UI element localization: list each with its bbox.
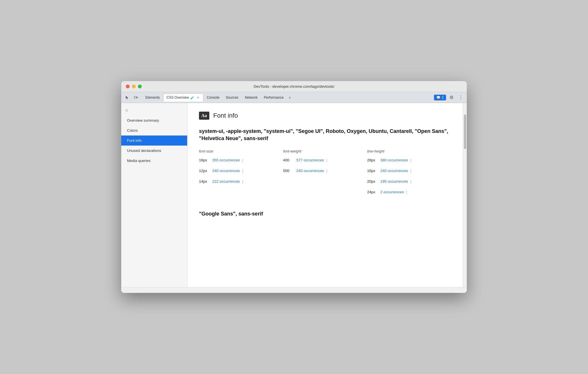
tab-bar-right-actions: 💬 1 ⚙ ⋮ (434, 94, 464, 101)
line-height-row-3: 20px 195 occurrences | (367, 179, 451, 184)
font-weight-header: font-weight (283, 149, 367, 153)
font-weight-row-1: 400 577 occurrences | (283, 158, 367, 162)
flask-icon: 🧪 (190, 96, 194, 100)
tab-performance[interactable]: Performance (261, 94, 287, 102)
chat-icon: 💬 (436, 96, 441, 100)
bar-indicator-2[interactable]: | (242, 169, 243, 173)
font-size-row-1: 16px 355 occurrences | (199, 158, 283, 162)
line-height-header: line-height (367, 149, 451, 153)
sidebar-item-overview-summary[interactable]: Overview summary (121, 115, 187, 125)
font-weight-column: font-weight 400 577 occurrences | 500 24… (283, 149, 367, 199)
bar-indicator-4[interactable]: | (326, 158, 327, 162)
font-size-column: font-size 16px 355 occurrences | 12px 24… (199, 149, 283, 199)
tab-sources[interactable]: Sources (223, 94, 241, 102)
tab-bar: Elements CSS Overview 🧪 ✕ Console Source… (121, 92, 467, 103)
scrollbar-thumb[interactable] (464, 115, 466, 149)
sidebar-no-entry-icon: ⊘ (121, 105, 187, 115)
close-button[interactable] (126, 85, 130, 88)
main-area: ⊘ Overview summary Colors Font info Unus… (121, 103, 467, 287)
font-size-link-1[interactable]: 355 occurrences (212, 158, 240, 162)
tab-css-overview[interactable]: CSS Overview 🧪 ✕ (163, 94, 203, 102)
sidebar-item-font-info[interactable]: Font info (121, 136, 187, 146)
tab-network[interactable]: Network (242, 94, 260, 102)
scrollbar[interactable] (463, 103, 467, 287)
window-title: DevTools - developer.chrome.com/tags/dev… (254, 84, 334, 89)
font-size-link-2[interactable]: 240 occurrences (212, 169, 240, 173)
bar-indicator-3[interactable]: | (242, 180, 243, 184)
font-info-title: Font info (213, 112, 238, 119)
bar-indicator-8[interactable]: | (410, 180, 411, 184)
tab-console[interactable]: Console (204, 94, 222, 102)
font-weight-row-2: 500 240 occurrences | (283, 169, 367, 173)
content-area: Aa Font info system-ui, -apple-system, "… (187, 103, 463, 287)
cursor-icon[interactable] (124, 94, 131, 101)
line-height-row-2: 16px 240 occurrences | (367, 169, 451, 173)
bottom-bar (121, 287, 467, 293)
more-options-icon[interactable]: ⋮ (457, 94, 464, 101)
sidebar-item-media-queries[interactable]: Media queries (121, 156, 187, 166)
font-table: font-size 16px 355 occurrences | 12px 24… (199, 149, 451, 199)
line-height-link-1[interactable]: 380 occurrences (380, 158, 408, 162)
font-size-link-3[interactable]: 222 occurrences (212, 179, 240, 184)
font-weight-link-1[interactable]: 577 occurrences (296, 158, 324, 162)
settings-icon[interactable]: ⚙ (448, 94, 455, 101)
font-weight-link-2[interactable]: 240 occurrences (296, 169, 324, 173)
line-height-link-2[interactable]: 240 occurrences (380, 169, 408, 173)
font-info-icon: Aa (199, 112, 209, 120)
font-size-row-2: 12px 240 occurrences | (199, 169, 283, 173)
font-info-header: Aa Font info (199, 112, 451, 120)
maximize-button[interactable] (138, 85, 142, 88)
feedback-badge-button[interactable]: 💬 1 (434, 95, 446, 100)
line-height-column: line-height 28px 380 occurrences | 16px … (367, 149, 451, 199)
font-size-header: font-size (199, 149, 283, 153)
sidebar-item-unused-declarations[interactable]: Unused declarations (121, 146, 187, 156)
line-height-row-1: 28px 380 occurrences | (367, 158, 451, 162)
line-height-link-4[interactable]: 2 occurrences (380, 190, 404, 194)
minimize-button[interactable] (132, 85, 136, 88)
font-family-name-1: system-ui, -apple-system, "system-ui", "… (199, 128, 451, 142)
bar-indicator-7[interactable]: | (410, 169, 411, 173)
bar-indicator-5[interactable]: | (326, 169, 327, 173)
tab-elements[interactable]: Elements (143, 94, 163, 102)
font-size-row-3: 14px 222 occurrences | (199, 179, 283, 184)
svg-rect-1 (137, 97, 138, 98)
device-toggle-icon[interactable] (132, 94, 140, 101)
traffic-lights (126, 85, 142, 88)
bar-indicator-1[interactable]: | (242, 158, 243, 162)
tab-close-button[interactable]: ✕ (196, 96, 200, 100)
sidebar-item-colors[interactable]: Colors (121, 125, 187, 136)
line-height-link-3[interactable]: 195 occurrences (380, 179, 408, 184)
title-bar: DevTools - developer.chrome.com/tags/dev… (121, 81, 467, 92)
devtools-window: DevTools - developer.chrome.com/tags/dev… (121, 81, 467, 293)
bar-indicator-6[interactable]: | (410, 158, 411, 162)
svg-rect-0 (134, 96, 136, 98)
line-height-row-4: 24px 2 occurrences | (367, 190, 451, 194)
bar-indicator-9[interactable]: | (406, 190, 407, 194)
font-family-name-2: "Google Sans", sans-serif (199, 211, 451, 217)
more-tabs-button[interactable]: » (287, 95, 293, 100)
sidebar: ⊘ Overview summary Colors Font info Unus… (121, 103, 187, 287)
devtools-left-icons (124, 94, 140, 101)
